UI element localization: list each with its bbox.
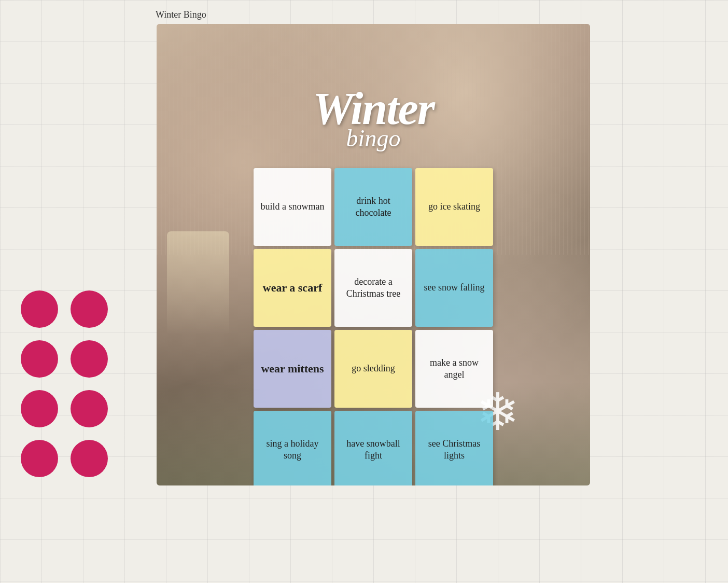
dot-3	[21, 340, 58, 378]
cell-sing-holiday-song[interactable]: sing a holiday song	[254, 411, 331, 485]
cell-see-snow-falling[interactable]: see snow falling	[415, 249, 493, 327]
bingo-grid: build a snowman drink hot chocolate go i…	[254, 168, 493, 485]
cell-have-snowball-fight[interactable]: have snowball fight	[334, 411, 412, 485]
decorative-dots	[21, 290, 108, 477]
bingo-card: ❄ Winter bingo build a snowman drink hot…	[157, 24, 590, 485]
cell-make-snow-angel[interactable]: make a snow angel	[415, 330, 493, 408]
cell-go-sledding[interactable]: go sledding	[334, 330, 412, 408]
candle-decoration	[167, 231, 229, 335]
bingo-title: Winter bingo	[313, 86, 434, 150]
dot-4	[71, 340, 108, 378]
dot-2	[71, 290, 108, 328]
dot-6	[71, 390, 108, 427]
dot-5	[21, 390, 58, 427]
cell-decorate-tree[interactable]: decorate a Christmas tree	[334, 249, 412, 327]
cell-see-christmas-lights[interactable]: see Christmas lights	[415, 411, 493, 485]
page-title: Winter Bingo	[156, 9, 206, 20]
dot-7	[21, 440, 58, 477]
dot-8	[71, 440, 108, 477]
dot-1	[21, 290, 58, 328]
cell-go-ice-skating[interactable]: go ice skating	[415, 168, 493, 246]
cell-wear-mittens[interactable]: wear mittens	[254, 330, 331, 408]
cell-drink-hot-chocolate[interactable]: drink hot chocolate	[334, 168, 412, 246]
cell-build-snowman[interactable]: build a snowman	[254, 168, 331, 246]
cell-wear-scarf[interactable]: wear a scarf	[254, 249, 331, 327]
